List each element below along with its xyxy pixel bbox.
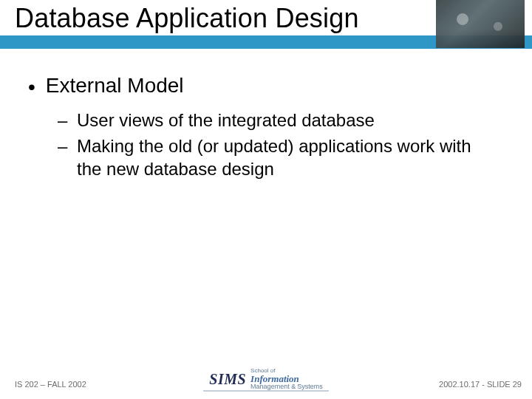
bullet-level2: – User views of the integrated database bbox=[58, 109, 510, 132]
bullet-level2: – Making the old (or updated) applicatio… bbox=[58, 135, 510, 180]
sims-logo-mark: SIMS bbox=[209, 371, 246, 388]
bullet-level2-text: Making the old (or updated) applications… bbox=[77, 135, 491, 180]
footer: IS 202 – FALL 2002 SIMS School of Inform… bbox=[0, 366, 532, 389]
dash-icon: – bbox=[58, 109, 71, 132]
bullet-dot-icon: • bbox=[28, 77, 35, 98]
dash-icon: – bbox=[58, 135, 71, 157]
title-photo bbox=[436, 0, 525, 48]
slide: Database Application Design • External M… bbox=[0, 0, 532, 399]
footer-course: IS 202 – FALL 2002 bbox=[15, 380, 86, 389]
slide-title: Database Application Design bbox=[15, 3, 359, 34]
slide-body: • External Model – User views of the int… bbox=[28, 74, 510, 183]
sims-line3-prefix: Management bbox=[250, 383, 290, 390]
sims-amp: & bbox=[291, 383, 296, 390]
bullet-level1-text: External Model bbox=[46, 74, 184, 98]
footer-logo: SIMS School of Information Management &S… bbox=[209, 368, 322, 390]
sub-bullets: – User views of the integrated database … bbox=[58, 109, 510, 180]
sims-line3-suffix: Systems bbox=[297, 383, 323, 390]
title-bar: Database Application Design bbox=[0, 0, 532, 49]
logo-underline bbox=[203, 390, 329, 392]
sims-logo-text: School of Information Management &System… bbox=[250, 368, 323, 390]
footer-slide-number: 2002.10.17 - SLIDE 29 bbox=[439, 380, 522, 389]
bullet-level2-text: User views of the integrated database bbox=[77, 109, 375, 132]
bullet-level1: • External Model bbox=[28, 74, 510, 98]
sims-line3: Management &Systems bbox=[250, 383, 323, 390]
